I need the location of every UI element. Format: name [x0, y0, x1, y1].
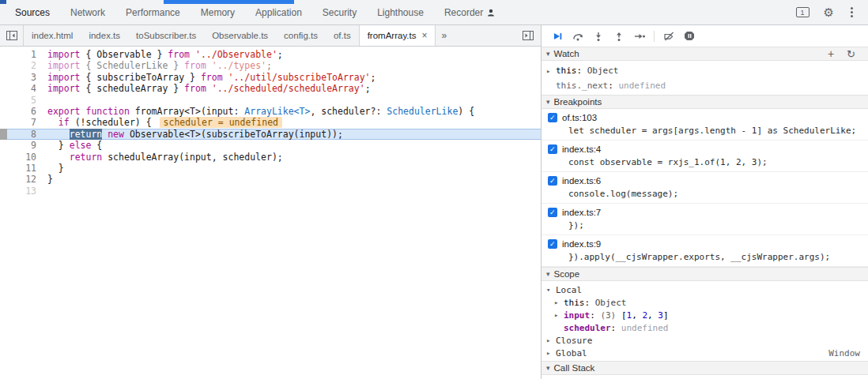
code-line-text: } else { — [47, 140, 102, 151]
token-undef: undefined — [621, 323, 669, 333]
deactivate-breakpoints-button[interactable] — [659, 27, 678, 46]
line-number[interactable]: 1 — [0, 49, 47, 60]
line-number[interactable]: 11 — [0, 163, 47, 174]
line-number[interactable]: 4 — [0, 83, 47, 94]
watch-section-header[interactable]: ▾ Watch + ↻ — [542, 47, 868, 61]
line-number[interactable]: 8 — [0, 129, 47, 140]
breakpoint-item[interactable]: of.ts:103let scheduler = args[args.lengt… — [542, 109, 868, 141]
breakpoint-checkbox[interactable] — [548, 113, 557, 122]
token-kw: return — [70, 152, 103, 163]
step-out-icon — [613, 32, 625, 41]
file-tab-index.html[interactable]: index.html — [24, 25, 81, 46]
step-button[interactable] — [630, 27, 649, 46]
line-number[interactable]: 7 — [0, 117, 47, 128]
call-stack-section-header[interactable]: ▾ Call Stack — [542, 361, 868, 375]
twisty-closed-icon[interactable]: ▸ — [554, 311, 564, 319]
collapse-triangle-icon: ▾ — [546, 270, 550, 278]
twisty-open-icon[interactable]: ▾ — [546, 286, 556, 294]
toggle-navigator-icon[interactable] — [0, 25, 24, 46]
step-out-button[interactable] — [609, 27, 628, 46]
scope-row[interactable]: ▾Local — [542, 283, 868, 296]
breakpoint-checkbox[interactable] — [548, 208, 557, 217]
token-str: '../scheduled/scheduleArray' — [212, 83, 365, 94]
refresh-watch-icon[interactable]: ↻ — [847, 49, 855, 59]
step-icon — [634, 32, 646, 41]
scope-row[interactable]: scheduler: undefined — [542, 321, 868, 334]
panel-tab-network[interactable]: Network — [60, 0, 115, 24]
settings-gear-icon[interactable]: ⚙ — [824, 6, 834, 18]
collapse-triangle-icon: ▾ — [546, 50, 550, 58]
page-highlight-corner — [0, 0, 6, 4]
step-over-button[interactable] — [568, 27, 587, 46]
line-number[interactable]: 2 — [0, 60, 47, 71]
line-number[interactable]: 9 — [0, 140, 47, 151]
file-tab-label: index.ts — [89, 31, 120, 40]
breakpoint-item[interactable]: index.ts:6console.log(message); — [542, 172, 868, 204]
file-tab-config.ts[interactable]: config.ts — [276, 25, 326, 46]
breakpoint-snippet: }).apply(__cjsWrapper.exports, __cjsWrap… — [548, 250, 862, 262]
line-number[interactable]: 3 — [0, 72, 47, 83]
token-kw: function — [85, 106, 129, 117]
scope-section-header[interactable]: ▾ Scope — [542, 267, 868, 281]
code-editor[interactable]: 1import { Observable } from '../Observab… — [0, 47, 541, 379]
token-pl: , — [647, 310, 658, 321]
file-tab-toSubscriber.ts[interactable]: toSubscriber.ts — [128, 25, 204, 46]
scope-row[interactable]: ▸GlobalWindow — [542, 347, 868, 359]
token-kw: export — [47, 106, 81, 117]
panel-tab-label: Lighthouse — [377, 7, 424, 18]
breakpoint-item[interactable]: index.ts:7}); — [542, 204, 868, 235]
token-pl: ) { — [458, 106, 474, 117]
panel-tab-security[interactable]: Security — [312, 0, 367, 24]
code-line-text: import { scheduleArray } from '../schedu… — [47, 83, 371, 94]
console-messages-icon[interactable]: 1 — [796, 7, 810, 17]
token-kw: from — [184, 83, 206, 94]
twisty-closed-icon[interactable]: ▸ — [546, 349, 556, 357]
file-tab-of.ts[interactable]: of.ts — [326, 25, 359, 46]
pause-on-exceptions-button[interactable] — [680, 27, 699, 46]
scope-row[interactable]: ▸input: (3) [1, 2, 3] — [542, 309, 868, 321]
breakpoints-section-header[interactable]: ▾ Breakpoints — [542, 95, 868, 109]
file-tab-Observable.ts[interactable]: Observable.ts — [204, 25, 276, 46]
scope-row[interactable]: ▸this: Object — [542, 296, 868, 309]
breakpoint-item[interactable]: index.ts:4const observable = rxjs_1.of(1… — [542, 141, 868, 172]
twisty-closed-icon[interactable]: ▸ — [554, 298, 564, 306]
line-number[interactable]: 6 — [0, 106, 47, 117]
panel-tab-lighthouse[interactable]: Lighthouse — [367, 0, 434, 24]
line-number[interactable]: 12 — [0, 174, 47, 185]
file-tab-fromArray.ts[interactable]: fromArray.ts× — [359, 25, 436, 46]
message-count: 1 — [801, 9, 805, 17]
twisty-closed-icon[interactable]: ▸ — [546, 67, 556, 75]
line-number[interactable]: 13 — [0, 186, 47, 197]
token-pl: (!scheduler) { — [70, 117, 152, 128]
scope-row[interactable]: ▸Closure — [542, 334, 868, 347]
resume-button[interactable] — [548, 27, 567, 46]
add-watch-icon[interactable]: + — [828, 48, 834, 59]
breakpoint-checkbox[interactable] — [548, 144, 557, 154]
line-number[interactable]: 10 — [0, 152, 47, 163]
breakpoint-item[interactable]: index.ts:9}).apply(__cjsWrapper.exports,… — [542, 235, 868, 267]
breakpoint-snippet: let scheduler = args[args.length - 1] as… — [548, 123, 862, 136]
more-tabs-button[interactable]: » — [436, 30, 452, 41]
token-name: scheduler — [564, 323, 611, 333]
more-options-icon[interactable] — [851, 11, 853, 13]
token-kw: else — [70, 140, 92, 151]
watch-row[interactable]: this._next: undefined — [542, 78, 868, 93]
token-objval: Object — [587, 66, 619, 76]
breakpoint-checkbox[interactable] — [548, 176, 557, 186]
step-into-button[interactable] — [589, 27, 608, 46]
close-tab-icon[interactable]: × — [421, 31, 427, 40]
breakpoint-location: index.ts:9 — [562, 239, 601, 249]
token-kw: import — [47, 60, 81, 71]
watch-row[interactable]: ▸this: Object — [542, 63, 868, 78]
twisty-closed-icon[interactable]: ▸ — [546, 336, 556, 344]
token-kw: from — [184, 60, 206, 71]
file-tab-bar: index.htmlindex.tstoSubscriber.tsObserva… — [0, 25, 541, 47]
line-number[interactable]: 5 — [0, 95, 47, 106]
toggle-debugger-sidebar-icon[interactable] — [523, 31, 541, 40]
scope-right-label: Window — [828, 348, 868, 358]
code-line-11: 11 } — [0, 163, 541, 174]
panel-tab-sources[interactable]: Sources — [5, 0, 60, 24]
panel-tab-recorder[interactable]: Recorder — [434, 0, 505, 24]
breakpoint-checkbox[interactable] — [548, 239, 557, 249]
file-tab-index.ts[interactable]: index.ts — [81, 25, 128, 46]
